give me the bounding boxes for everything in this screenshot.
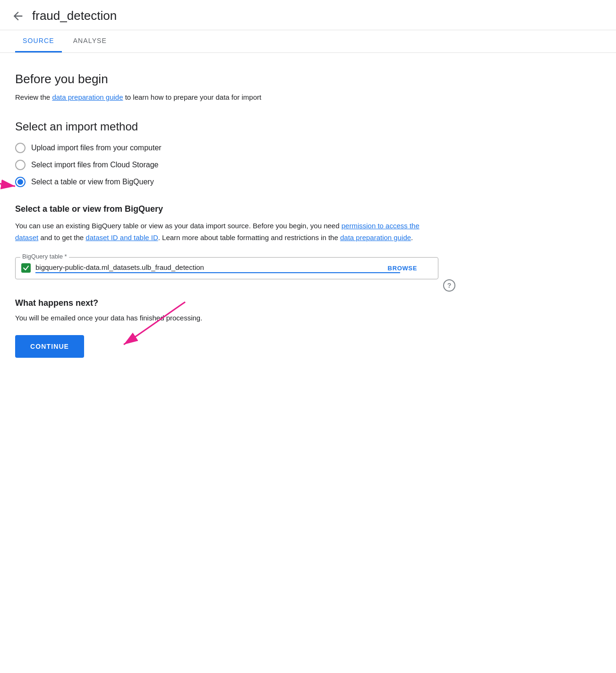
bq-desc-text2: and to get the — [38, 233, 86, 242]
before-begin-text-before: Review the — [15, 93, 52, 101]
bigquery-field-container: BigQuery table * bigquery-public-data.ml… — [15, 257, 438, 279]
bigquery-checkbox-icon — [21, 263, 31, 273]
radio-upload[interactable] — [15, 143, 26, 153]
data-prep-guide-link-1[interactable]: data preparation guide — [52, 93, 123, 101]
import-method-section: Select an import method Upload import fi… — [15, 120, 438, 187]
tab-source[interactable]: SOURCE — [15, 30, 62, 52]
help-icon[interactable]: ? — [443, 279, 455, 292]
bq-desc-text3: . Learn more about table formatting and … — [158, 233, 340, 242]
radio-cloud[interactable] — [15, 160, 26, 170]
before-begin-section: Before you begin Review the data prepara… — [15, 72, 438, 103]
continue-button[interactable]: CONTINUE — [15, 335, 84, 358]
back-arrow-icon — [11, 9, 25, 23]
data-prep-guide-link-2[interactable]: data preparation guide — [340, 233, 411, 242]
radio-upload-label: Upload import files from your computer — [31, 144, 162, 152]
check-icon — [23, 265, 29, 271]
radio-bigquery-label: Select a table or view from BigQuery — [31, 178, 154, 186]
page-title: fraud_detection — [32, 9, 117, 23]
tab-analyse[interactable]: ANALYSE — [66, 30, 114, 52]
continue-btn-wrapper: CONTINUE — [15, 335, 84, 358]
help-icon-label: ? — [447, 282, 452, 289]
bigquery-section-title: Select a table or view from BigQuery — [15, 204, 438, 214]
import-method-radio-group: Upload import files from your computer S… — [15, 143, 438, 187]
radio-item-bigquery[interactable]: Select a table or view from BigQuery — [15, 177, 438, 187]
radio-item-bigquery-wrapper: Select a table or view from BigQuery — [15, 177, 438, 187]
back-button[interactable] — [11, 9, 25, 23]
dataset-id-link[interactable]: dataset ID and table ID — [86, 233, 158, 242]
radio-cloud-label: Select import files from Cloud Storage — [31, 161, 158, 169]
bq-desc-text1: You can use an existing BigQuery table o… — [15, 222, 342, 230]
main-content: Before you begin Review the data prepara… — [0, 53, 453, 377]
import-method-title: Select an import method — [15, 120, 438, 133]
radio-item-upload[interactable]: Upload import files from your computer — [15, 143, 438, 153]
header: fraud_detection — [0, 0, 616, 30]
radio-item-cloud[interactable]: Select import files from Cloud Storage — [15, 160, 438, 170]
bigquery-field-label: BigQuery table * — [20, 253, 69, 260]
tabs: SOURCE ANALYSE — [0, 30, 616, 53]
what-next-description: You will be emailed once your data has f… — [15, 314, 438, 322]
bigquery-field-value: bigquery-public-data.ml_datasets.ulb_fra… — [35, 263, 400, 273]
before-begin-text: Review the data preparation guide to lea… — [15, 92, 438, 103]
bq-desc-text4: . — [411, 233, 413, 242]
what-next-title: What happens next? — [15, 298, 438, 308]
what-next-section: What happens next? You will be emailed o… — [15, 298, 438, 358]
before-begin-title: Before you begin — [15, 72, 438, 86]
radio-bigquery-inner — [17, 179, 23, 185]
bigquery-section: Select a table or view from BigQuery You… — [15, 204, 438, 279]
browse-button[interactable]: BROWSE — [388, 265, 417, 272]
bigquery-field-wrapper: BigQuery table * bigquery-public-data.ml… — [15, 257, 438, 279]
before-begin-text-after: to learn how to prepare your data for im… — [123, 93, 262, 101]
radio-bigquery[interactable] — [15, 177, 26, 187]
bigquery-description: You can use an existing BigQuery table o… — [15, 220, 438, 244]
